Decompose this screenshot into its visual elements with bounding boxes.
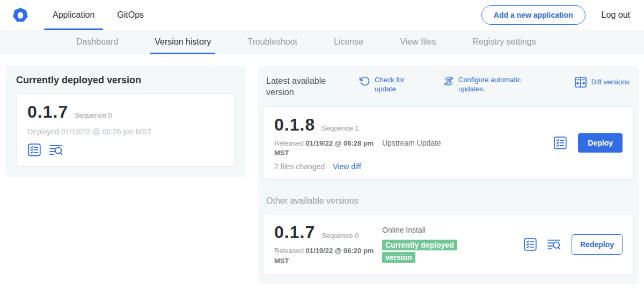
check-for-update-link[interactable]: Check for update (360, 76, 409, 94)
other-version-source: Online Install (382, 226, 523, 234)
release-notes-icon[interactable] (547, 237, 561, 251)
latest-available-title: Latest available version (266, 76, 337, 98)
diff-versions-label: Diff versions (591, 78, 630, 87)
subnav-item-version-history[interactable]: Version history (136, 30, 229, 54)
latest-released-timestamp: Released 01/19/22 @ 06:28 pm MST (274, 139, 377, 159)
currently-deployed-title: Currently deployed version (16, 75, 235, 86)
config-checklist-icon[interactable] (523, 237, 537, 251)
diff-versions-link[interactable]: Diff versions (574, 76, 630, 89)
available-panel-header: Latest available version Check for updat… (263, 73, 634, 98)
app-logo (13, 0, 28, 30)
configure-automatic-updates-label: Configure automatic updates (458, 76, 532, 94)
deployed-sequence-label: Sequence 0 (75, 111, 112, 119)
latest-sequence-label: Sequence 1 (321, 124, 358, 132)
currently-deployed-badge: Currently deployed version (382, 240, 457, 262)
check-for-update-label: Check for update (375, 76, 409, 94)
version-card-other: 0.1.7 Sequence 0 Released 01/19/22 @ 06:… (263, 214, 634, 275)
other-released-timestamp: Released 01/19/22 @ 06:20 pm MST (274, 246, 377, 267)
subnav-item-license[interactable]: License (316, 30, 382, 54)
version-card-latest: 0.1.8 Sequence 1 Released 01/19/22 @ 06:… (263, 106, 634, 180)
latest-version-source: Upstream Update (382, 139, 553, 147)
main-content: Currently deployed version 0.1.7 Sequenc… (0, 54, 644, 284)
tab-application-label: Application (53, 10, 94, 20)
deploy-button[interactable]: Deploy (578, 133, 623, 153)
logout-link[interactable]: Log out (602, 10, 630, 20)
currently-deployed-panel: Currently deployed version 0.1.7 Sequenc… (5, 66, 245, 177)
deployed-timestamp: Deployed 01/19/22 @ 06:26 pm MST (27, 127, 223, 136)
top-nav-tabs: Application GitOps (43, 0, 157, 30)
top-nav-right: Add a new application Log out (481, 0, 630, 30)
other-version-number: 0.1.7 (274, 222, 315, 242)
subnav-item-dashboard[interactable]: Dashboard (58, 30, 136, 54)
subnav-item-view-files[interactable]: View files (382, 30, 454, 54)
view-diff-link[interactable]: View diff (333, 162, 361, 171)
release-notes-icon[interactable] (49, 143, 63, 157)
other-version-info: 0.1.7 Sequence 0 Released 01/19/22 @ 06:… (274, 222, 382, 267)
tab-application[interactable]: Application (43, 0, 104, 30)
deployed-version-card: 0.1.7 Sequence 0 Deployed 01/19/22 @ 06:… (16, 93, 235, 167)
available-versions-panel: Latest available version Check for updat… (258, 66, 639, 284)
other-sequence-label: Sequence 0 (321, 232, 358, 240)
subnav-item-registry-settings[interactable]: Registry settings (454, 30, 554, 54)
redeploy-button[interactable]: Redeploy (572, 234, 623, 255)
latest-version-info: 0.1.8 Sequence 1 Released 01/19/22 @ 06:… (274, 115, 382, 171)
tab-gitops-label: GitOps (117, 10, 144, 20)
files-changed-label: 2 files changed (274, 162, 325, 171)
app-sub-nav: Dashboard Version history Troubleshoot L… (0, 30, 644, 54)
config-checklist-icon[interactable] (553, 136, 567, 150)
configure-automatic-updates-link[interactable]: Configure automatic updates (443, 76, 532, 94)
diff-icon (574, 76, 587, 89)
kots-logo-icon (13, 8, 28, 23)
tab-gitops[interactable]: GitOps (108, 0, 153, 30)
subnav-item-troubleshoot[interactable]: Troubleshoot (229, 30, 316, 54)
other-available-versions-title: Other available versions (266, 196, 631, 206)
other-version-actions: Redeploy (523, 234, 623, 255)
other-version-source-block: Online Install Currently deployed versio… (382, 226, 523, 263)
add-new-application-button[interactable]: Add a new application (481, 5, 586, 25)
latest-version-number: 0.1.8 (274, 115, 315, 135)
refresh-icon (360, 76, 370, 87)
schedule-icon (443, 76, 454, 87)
deployed-card-actions (27, 143, 223, 157)
top-nav: Application GitOps Add a new application… (0, 0, 644, 30)
config-checklist-icon[interactable] (27, 143, 41, 157)
deployed-version-row: 0.1.7 Sequence 0 (27, 102, 223, 122)
deployed-version-number: 0.1.7 (27, 102, 68, 122)
latest-version-actions: Deploy (553, 133, 623, 153)
